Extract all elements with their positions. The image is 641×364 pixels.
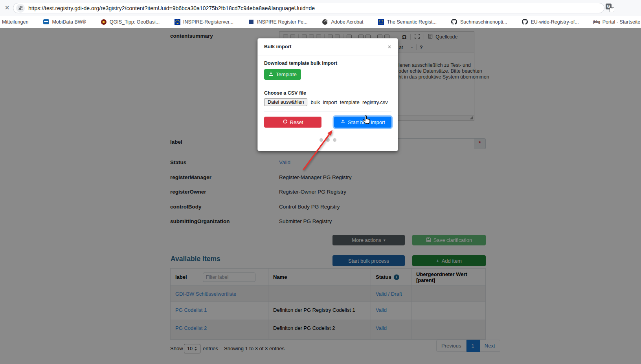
download-icon [268,71,274,78]
refresh-icon [283,119,288,125]
close-icon[interactable]: × [2,3,12,12]
bookmark-inspire-register[interactable]: INSPIRE-Registerver... [174,19,233,25]
bookmark-qgis[interactable]: QGIS_Tipp: GeoBasi... [101,19,160,25]
translate-icon[interactable]: G [606,4,614,12]
bookmark-adobe[interactable]: Adobe Acrobat [322,19,363,25]
url-text: https://test.registry.gdi-de.org/re3gist… [28,5,315,11]
carousel-dots [258,138,398,142]
qgis-icon [101,19,107,25]
bookmark-portal[interactable]: (bkg Portal - Startseite [593,19,641,25]
eu-flag-icon [174,19,180,25]
modal-header: Bulk import × [258,38,398,55]
start-bulk-import-button[interactable]: Start bulk import [334,117,391,128]
reset-button[interactable]: Reset [264,117,321,128]
mobidata-icon [43,19,49,25]
divider [264,111,391,112]
bookmark-mitteilungen[interactable]: Mitteilungen [2,19,28,25]
url-bar[interactable]: https://test.registry.gdi-de.org/re3gist… [13,3,604,13]
adobe-icon [322,19,328,25]
download-template-label: Download template bulk import [264,60,391,66]
bookmark-mobidata[interactable]: MobiData BW® [43,19,86,25]
bookmark-eu-registry[interactable]: EU-wide-Registry-of... [522,19,579,25]
bkg-icon: (bkg [593,19,600,25]
choose-csv-label: Choose a CSV file [264,90,391,96]
page-content: contentsummary Ω Quel [0,28,641,364]
modal-title: Bulk import [264,44,291,49]
upload-icon [340,119,345,125]
file-select-button[interactable]: Datei auswählen [264,98,307,106]
bookmark-semantic-registry[interactable]: The Semantic Regist... [378,19,436,25]
site-settings-icon[interactable] [16,4,25,13]
selected-file-name: bulk_import_template_registry.csv [310,99,388,105]
github-icon [522,19,528,25]
divider [264,85,391,85]
browser-toolbar: × https://test.registry.gdi-de.org/re3gi… [0,0,641,16]
eu-flag-icon [378,19,384,25]
template-download-button[interactable]: Template [264,69,301,80]
close-icon[interactable]: × [388,44,391,50]
inspire-icon [248,19,254,25]
bookmark-inspire-fe[interactable]: INSPIRE Register Fe... [248,19,308,25]
bulk-import-modal: Bulk import × Download template bulk imp… [257,38,398,151]
github-icon [451,19,457,25]
bookmarks-bar: Mitteilungen MobiData BW® QGIS_Tipp: Geo… [0,16,641,28]
bookmark-suchmaschinen[interactable]: Suchmaschinenopti... [451,19,507,25]
